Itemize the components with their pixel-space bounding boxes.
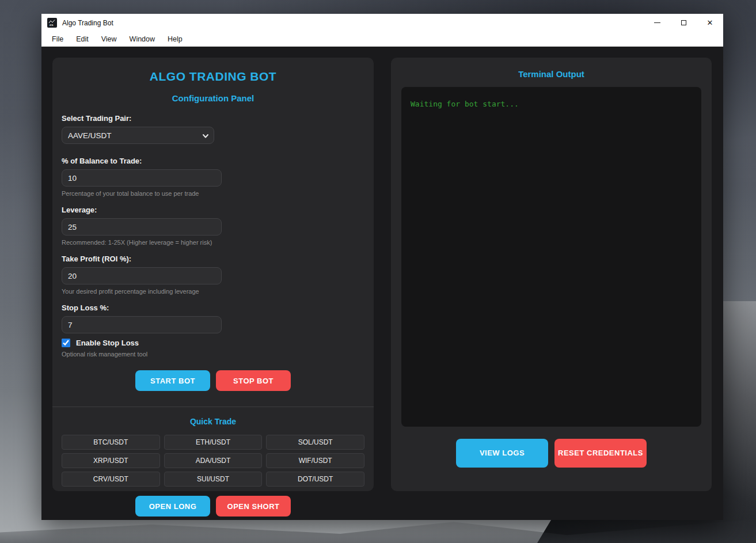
window-title: Algo Trading Bot — [62, 19, 113, 27]
terminal-output[interactable]: Waiting for bot start... — [401, 87, 701, 427]
menu-edit[interactable]: Edit — [70, 33, 94, 45]
reset-credentials-button[interactable]: RESET CREDENTIALS — [554, 439, 647, 468]
balance-input[interactable] — [62, 169, 222, 187]
close-button[interactable]: ✕ — [697, 14, 723, 32]
terminal-title: Terminal Output — [391, 69, 712, 79]
pair-label: Select Trading Pair: — [62, 114, 364, 123]
app-title: ALGO TRADING BOT — [52, 70, 374, 83]
take-profit-label: Take Profit (ROI %): — [62, 255, 364, 263]
config-subtitle: Configuration Panel — [52, 93, 374, 103]
quick-pair-btc[interactable]: BTC/USDT — [62, 435, 160, 450]
quick-pair-ada[interactable]: ADA/USDT — [164, 453, 263, 468]
menubar: File Edit View Window Help — [41, 32, 723, 47]
menu-help[interactable]: Help — [162, 33, 188, 45]
view-logs-button[interactable]: VIEW LOGS — [456, 439, 548, 468]
menu-view[interactable]: View — [96, 33, 123, 45]
menu-window[interactable]: Window — [124, 33, 161, 45]
stop-loss-help: Optional risk management tool — [62, 351, 364, 358]
leverage-help: Recommended: 1-25X (Higher leverage = hi… — [62, 239, 364, 246]
maximize-button[interactable] — [670, 14, 697, 32]
open-short-button[interactable]: OPEN SHORT — [216, 496, 291, 517]
minimize-icon — [654, 22, 660, 23]
open-long-button[interactable]: OPEN LONG — [135, 496, 210, 517]
balance-help: Percentage of your total balance to use … — [62, 190, 364, 197]
quick-pair-sui[interactable]: SUI/USDT — [164, 472, 263, 487]
stop-loss-label: Stop Loss %: — [62, 303, 364, 312]
stop-bot-button[interactable]: STOP BOT — [216, 370, 291, 391]
app-window: ATA Algo Trading Bot ✕ File Edit View Wi… — [41, 14, 723, 520]
quick-pair-eth[interactable]: ETH/USDT — [164, 435, 263, 450]
leverage-label: Leverage: — [62, 206, 364, 214]
terminal-text: Waiting for bot start... — [411, 100, 519, 108]
quick-pair-xrp[interactable]: XRP/USDT — [62, 453, 160, 468]
close-icon: ✕ — [707, 18, 713, 27]
leverage-input[interactable] — [62, 218, 222, 236]
take-profit-help: Your desired profit percentage including… — [62, 288, 364, 295]
terminal-panel: Terminal Output Waiting for bot start...… — [391, 58, 712, 491]
svg-text:ATA: ATA — [50, 24, 54, 26]
maximize-icon — [681, 20, 686, 25]
trading-pair-select[interactable]: AAVE/USDT — [62, 127, 214, 144]
quick-pair-sol[interactable]: SOL/USDT — [266, 435, 364, 450]
enable-stop-loss-label: Enable Stop Loss — [76, 339, 139, 347]
app-content: ALGO TRADING BOT Configuration Panel Sel… — [41, 47, 723, 520]
titlebar[interactable]: ATA Algo Trading Bot ✕ — [41, 14, 723, 32]
menu-file[interactable]: File — [46, 33, 69, 45]
stop-loss-input[interactable] — [62, 316, 222, 333]
quick-trade-title: Quick Trade — [52, 417, 374, 426]
take-profit-input[interactable] — [62, 267, 222, 284]
enable-stop-loss-checkbox[interactable] — [62, 339, 70, 347]
quick-trade-grid: BTC/USDT ETH/USDT SOL/USDT XRP/USDT ADA/… — [52, 435, 374, 487]
section-divider — [52, 407, 374, 407]
quick-pair-dot[interactable]: DOT/USDT — [266, 472, 364, 487]
quick-pair-crv[interactable]: CRV/USDT — [62, 472, 160, 487]
configuration-panel: ALGO TRADING BOT Configuration Panel Sel… — [52, 58, 374, 491]
app-logo-icon: ATA — [47, 18, 57, 28]
start-bot-button[interactable]: START BOT — [135, 370, 210, 391]
quick-pair-wif[interactable]: WIF/USDT — [266, 453, 364, 468]
balance-label: % of Balance to Trade: — [62, 157, 364, 165]
minimize-button[interactable] — [644, 14, 670, 32]
